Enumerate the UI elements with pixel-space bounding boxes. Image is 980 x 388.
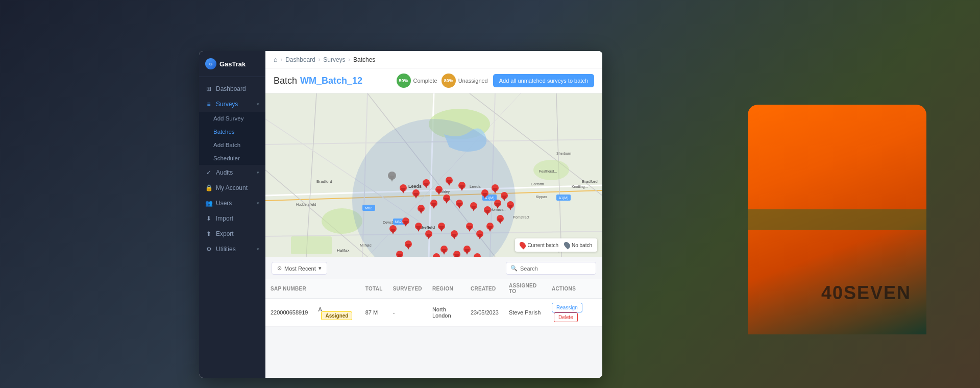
logo-icon: G [205, 58, 216, 69]
svg-text:A1(M): A1(M) [484, 196, 494, 200]
col-actions: ACTIONS [547, 279, 602, 299]
sidebar-item-audits[interactable]: ✓ Audits ▾ [199, 165, 265, 180]
svg-text:A1(M): A1(M) [558, 196, 568, 200]
svg-text:Leeds: Leeds [470, 184, 481, 189]
search-icon: 🔍 [510, 265, 518, 272]
sidebar-item-surveys[interactable]: ≡ Surveys ▾ [199, 96, 265, 112]
add-batch-button[interactable]: Add all unmatched surveys to batch [493, 74, 594, 87]
sidebar-item-utilities[interactable]: ⚙ Utilities ▾ [199, 241, 265, 257]
cell-letter: A Assigned [313, 299, 360, 327]
logo-text: GasTrak [219, 60, 246, 68]
app-window: G GasTrak ⊞ Dashboard ≡ Surveys ▾ Add Su… [199, 51, 602, 378]
sidebar-item-import[interactable]: ⬇ Import [199, 211, 265, 226]
sidebar-navigation: ⊞ Dashboard ≡ Surveys ▾ Add Survey Batch… [199, 77, 265, 378]
page-title-prefix: Batch [274, 76, 297, 86]
cell-region: North London [427, 299, 465, 327]
jacket-decoration: 40SEVEN [748, 105, 926, 334]
table-section: ⊙ Most Recent ▾ 🔍 SAP NUMBER TOTAL [265, 257, 602, 378]
sidebar-item-export[interactable]: ⬆ Export [199, 226, 265, 241]
page-header: Batch WM_Batch_12 50% Complete 80% [265, 68, 602, 93]
breadcrumb-sep-3: › [349, 57, 350, 62]
cell-actions: Reassign Delete [547, 299, 602, 327]
sidebar: G GasTrak ⊞ Dashboard ≡ Surveys ▾ Add Su… [199, 51, 265, 378]
svg-rect-18 [291, 236, 332, 254]
table-wrapper: SAP NUMBER TOTAL SURVEYED REGION CREATED… [265, 279, 602, 378]
filter-button[interactable]: ⊙ Most Recent ▾ [272, 262, 327, 275]
search-box: 🔍 [506, 262, 596, 275]
breadcrumb-surveys[interactable]: Surveys [323, 56, 345, 63]
surveys-icon: ≡ [205, 101, 212, 108]
table-row: 220000658919 A Assigned 87 M - North Lon… [265, 299, 602, 327]
stats-badges: 50% Complete 80% Unassigned [397, 74, 488, 88]
sidebar-label-my-account: My Account [216, 184, 248, 191]
unassigned-label: Unassigned [458, 78, 488, 84]
jacket-text: 40SEVEN [821, 282, 911, 304]
delete-button[interactable]: Delete [554, 312, 578, 322]
filter-label: Most Recent [284, 265, 316, 272]
col-region: REGION [427, 279, 465, 299]
unassigned-pct: 80% [444, 78, 453, 83]
breadcrumb-sep-2: › [318, 57, 320, 62]
svg-text:Featherst...: Featherst... [539, 169, 557, 173]
filter-icon: ⊙ [277, 265, 282, 272]
col-surveyed: SURVEYED [388, 279, 427, 299]
sidebar-item-batches[interactable]: Batches [199, 125, 265, 138]
svg-text:Garforth: Garforth [531, 182, 544, 186]
sidebar-item-users[interactable]: 👥 Users ▾ [199, 196, 265, 211]
sidebar-item-add-batch[interactable]: Add Batch [199, 138, 265, 152]
sidebar-item-add-survey[interactable]: Add Survey [199, 112, 265, 125]
page-title-name: WM_Batch_12 [300, 76, 362, 86]
svg-text:Mirfield: Mirfield [360, 244, 372, 247]
cell-total: 87 M [360, 299, 388, 327]
svg-text:Sherburn: Sherburn [556, 152, 571, 155]
search-input[interactable] [520, 265, 592, 272]
col-sap-number: SAP NUMBER [265, 279, 313, 299]
reassign-button[interactable]: Reassign [552, 303, 582, 312]
users-chevron-icon: ▾ [257, 201, 259, 206]
cell-created: 23/05/2023 [465, 299, 504, 327]
svg-text:Halifax: Halifax [337, 248, 349, 253]
sidebar-label-users: Users [216, 200, 232, 207]
map-container[interactable]: Leeds Bradford Bradford Halifax Huddersf… [265, 93, 602, 257]
unassigned-circle: 80% [442, 74, 456, 88]
legend-current-label: Current batch [527, 243, 558, 248]
svg-text:M62: M62 [365, 206, 372, 210]
col-created: CREATED [465, 279, 504, 299]
cell-surveyed: - [388, 299, 427, 327]
unassigned-badge: 80% Unassigned [442, 74, 488, 88]
complete-label: Complete [413, 78, 437, 84]
complete-circle: 50% [397, 74, 411, 88]
surveys-table: SAP NUMBER TOTAL SURVEYED REGION CREATED… [265, 279, 602, 327]
col-status [313, 279, 360, 299]
surveys-chevron-icon: ▾ [257, 102, 259, 107]
export-icon: ⬆ [205, 230, 212, 237]
breadcrumb-dashboard[interactable]: Dashboard [285, 56, 315, 63]
svg-text:Bradford: Bradford [316, 179, 332, 184]
utilities-chevron-icon: ▾ [257, 247, 259, 252]
home-icon: ⌂ [274, 56, 278, 63]
legend-no-batch-label: No batch [572, 243, 592, 248]
sidebar-label-surveys: Surveys [216, 101, 238, 108]
red-pin-icon [519, 241, 527, 250]
table-toolbar: ⊙ Most Recent ▾ 🔍 [265, 262, 602, 279]
complete-badge: 50% Complete [397, 74, 437, 88]
header-right: 50% Complete 80% Unassigned Add all unma… [397, 74, 594, 88]
legend-current-batch: Current batch [520, 241, 558, 249]
complete-pct: 50% [399, 78, 408, 83]
sidebar-logo: G GasTrak [199, 51, 265, 77]
legend-no-batch: No batch [565, 241, 592, 249]
sidebar-item-dashboard[interactable]: ⊞ Dashboard [199, 81, 265, 96]
svg-text:Leeds: Leeds [408, 184, 422, 189]
col-total: TOTAL [360, 279, 388, 299]
breadcrumb: ⌂ › Dashboard › Surveys › Batches [265, 51, 602, 68]
sidebar-item-my-account[interactable]: 🔒 My Account [199, 180, 265, 196]
sidebar-label-utilities: Utilities [216, 246, 236, 253]
sidebar-item-scheduler[interactable]: Scheduler [199, 152, 265, 165]
cell-sap-number: 220000658919 [265, 299, 313, 327]
sidebar-label-export: Export [216, 230, 234, 237]
breadcrumb-batches: Batches [353, 56, 375, 63]
table-header-row: SAP NUMBER TOTAL SURVEYED REGION CREATED… [265, 279, 602, 299]
gray-pin-icon [562, 241, 571, 250]
svg-text:Kippax: Kippax [536, 195, 547, 199]
background-person: 40SEVEN [709, 41, 965, 388]
